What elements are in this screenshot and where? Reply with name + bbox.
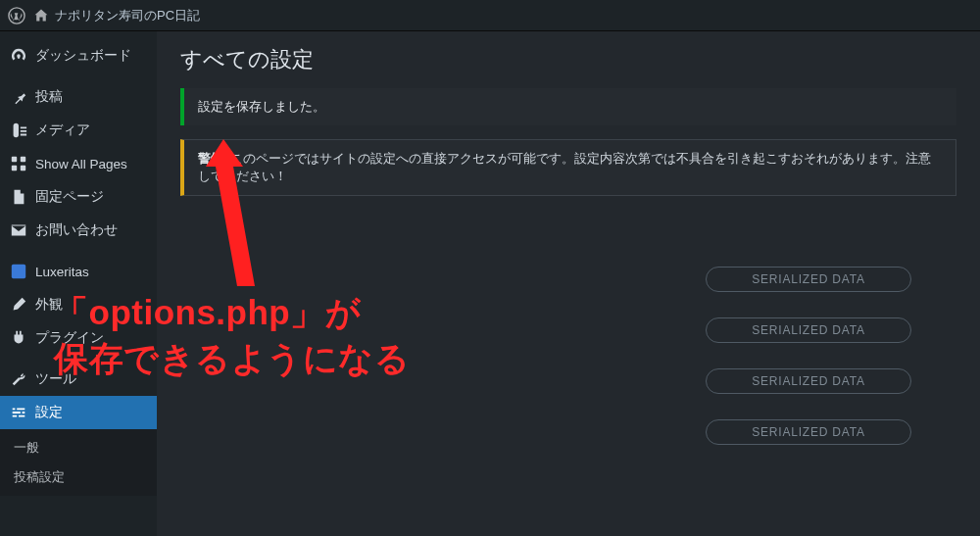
sidebar-item-media[interactable]: メディア [0,114,157,147]
sidebar-item-contact[interactable]: お問い合わせ [0,214,157,247]
page-title: すべての設定 [180,45,956,74]
mail-icon [10,221,27,239]
sidebar-item-plugins[interactable]: プラグイン [0,321,157,355]
plugin-icon [10,329,27,347]
submenu-item-general[interactable]: 一般 [0,433,157,463]
warning-notice: 警告: このページではサイトの設定への直接アクセスが可能です。設定内容次第では不… [180,139,956,196]
sliders-icon [10,404,27,421]
warning-body: : このページではサイトの設定への直接アクセスが可能です。設定内容次第では不具合… [198,151,931,183]
sidebar-item-label: Luxeritas [35,265,89,279]
svg-rect-2 [21,157,25,162]
sidebar-item-label: 固定ページ [35,188,104,206]
home-icon [33,8,49,24]
submenu-item-writing[interactable]: 投稿設定 [0,463,157,492]
svg-rect-5 [12,265,25,278]
sidebar-item-luxeritas[interactable]: Luxeritas [0,255,157,288]
admin-sidebar: ダッシュボード 投稿 メディア Show All Pages 固定ページ お問い… [0,31,157,536]
serialized-data-pill[interactable]: SERIALIZED DATA [706,317,911,343]
pin-icon [10,88,27,106]
wrench-icon [10,370,27,388]
dashboard-icon [10,47,27,65]
serialized-data-pill[interactable]: SERIALIZED DATA [706,419,911,445]
sidebar-item-appearance[interactable]: 外観 [0,288,157,321]
sidebar-item-tools[interactable]: ツール [0,363,157,396]
serialized-data-pill[interactable]: SERIALIZED DATA [706,368,911,394]
sidebar-item-show-all-pages[interactable]: Show All Pages [0,147,157,180]
admin-toolbar: ナポリタン寿司のPC日記 [0,0,980,31]
sidebar-item-label: 投稿 [35,88,63,106]
sidebar-item-posts[interactable]: 投稿 [0,80,157,114]
sidebar-item-label: お問い合わせ [35,221,118,239]
site-title: ナポリタン寿司のPC日記 [55,7,200,24]
sidebar-item-label: メディア [35,122,90,139]
sidebar-item-pages[interactable]: 固定ページ [0,180,157,214]
site-home-link[interactable]: ナポリタン寿司のPC日記 [33,7,200,24]
sidebar-item-label: ツール [35,370,76,388]
sidebar-item-label: 設定 [35,404,63,421]
sidebar-item-settings[interactable]: 設定 [0,396,157,429]
svg-rect-4 [21,166,25,171]
svg-rect-3 [12,166,17,171]
settings-submenu: 一般 投稿設定 [0,429,157,496]
serialized-data-column: SERIALIZED DATA SERIALIZED DATA SERIALIZ… [706,267,911,445]
svg-rect-1 [12,157,17,162]
sidebar-item-label: 外観 [35,296,63,314]
success-notice-text: 設定を保存しました。 [198,99,325,114]
sidebar-item-dashboard[interactable]: ダッシュボード [0,39,157,73]
sidebar-item-label: プラグイン [35,329,104,347]
page-icon [10,188,27,206]
brush-icon [10,296,27,314]
main-content: すべての設定 設定を保存しました。 警告: このページではサイトの設定への直接ア… [157,31,980,536]
warning-prefix: 警告 [198,151,223,166]
wordpress-logo-icon[interactable] [8,7,25,24]
pages-grid-icon [10,155,27,172]
sidebar-item-label: Show All Pages [35,157,127,171]
success-notice: 設定を保存しました。 [180,88,956,125]
media-icon [10,122,27,139]
sidebar-item-label: ダッシュボード [35,47,131,65]
luxeritas-icon [10,263,27,280]
serialized-data-pill[interactable]: SERIALIZED DATA [706,267,911,292]
